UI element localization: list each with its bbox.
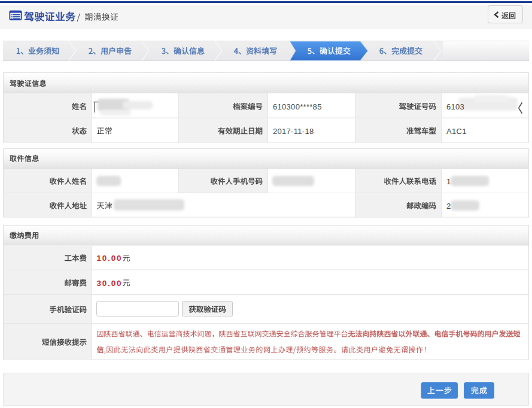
svg-text:6103: 6103 — [446, 102, 464, 111]
svg-text:1: 1 — [446, 177, 451, 186]
svg-text:A1C1: A1C1 — [446, 127, 467, 136]
svg-text:10.00: 10.00 — [97, 254, 123, 263]
svg-text:610300****85: 610300****85 — [273, 102, 322, 111]
svg-text:2017-11-18: 2017-11-18 — [273, 127, 314, 136]
svg-text:30.00: 30.00 — [97, 279, 123, 288]
svg-text:2: 2 — [446, 202, 451, 211]
